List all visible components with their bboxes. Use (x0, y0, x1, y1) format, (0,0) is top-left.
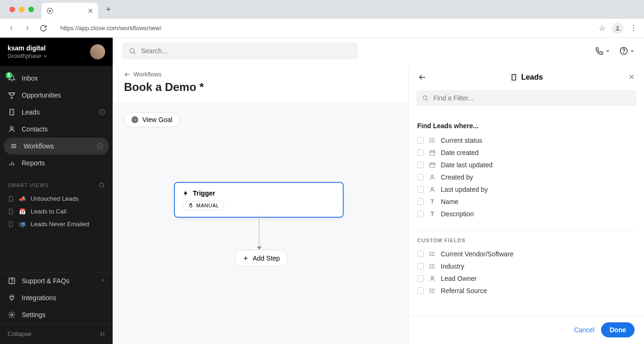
list-type-icon (429, 250, 436, 258)
phone-dropdown[interactable] (595, 47, 610, 55)
panel-footer: Cancel Done (409, 315, 644, 344)
add-step-button[interactable]: Add Step (234, 250, 288, 267)
filter-row[interactable]: TDescription (417, 208, 636, 220)
svg-point-28 (11, 314, 13, 316)
trophy-icon (8, 91, 16, 99)
checkbox[interactable] (417, 198, 424, 205)
panel-separator (417, 230, 636, 231)
nav-support[interactable]: Support & FAQs (0, 272, 113, 289)
filter-row[interactable]: Referral Source (417, 285, 636, 297)
new-tab-button[interactable]: + (102, 3, 115, 16)
add-lead-icon[interactable] (99, 109, 105, 115)
checkbox[interactable] (417, 162, 424, 168)
nav-back-icon[interactable] (7, 24, 16, 33)
window-maximize[interactable] (28, 7, 34, 12)
done-button[interactable]: Done (601, 322, 635, 337)
smart-view-item[interactable]: 📭Leads Never Emailed (0, 218, 113, 230)
checkbox[interactable] (417, 174, 424, 180)
svg-point-74 (430, 268, 430, 268)
filter-search-input[interactable] (433, 94, 631, 102)
nav-leads[interactable]: Leads (0, 104, 113, 121)
help-dropdown[interactable] (619, 47, 635, 55)
nav-reports[interactable]: Reports (0, 155, 113, 172)
filter-row[interactable]: Date last updated (417, 159, 636, 171)
checkbox[interactable] (417, 137, 424, 144)
smart-view-label: Untouched Leads (31, 195, 79, 202)
building-icon (8, 221, 14, 228)
checkbox[interactable] (417, 149, 424, 156)
org-switcher[interactable]: ksam digital Growthphase (0, 38, 113, 66)
trigger-node[interactable]: Trigger MANUAL (174, 182, 344, 218)
nav-opportunities[interactable]: Opportunities (0, 87, 113, 104)
org-name: ksam digital (8, 44, 48, 52)
checkbox[interactable] (417, 263, 424, 270)
filter-search[interactable] (416, 90, 636, 106)
nav-integrations[interactable]: Integrations (0, 289, 113, 306)
target-icon (131, 116, 139, 123)
checkbox[interactable] (417, 186, 424, 193)
window-controls (6, 7, 38, 12)
panel-close-button[interactable]: ✕ (628, 73, 635, 82)
svg-point-11 (10, 127, 13, 129)
filter-row[interactable]: Industry (417, 260, 636, 272)
checkbox[interactable] (417, 275, 424, 282)
checkbox[interactable] (417, 251, 424, 257)
filter-row[interactable]: Date created (417, 147, 636, 159)
nav-settings[interactable]: Settings (0, 306, 113, 323)
smart-view-item[interactable]: 📅Leads to Call (0, 205, 113, 218)
filter-label: Description (441, 210, 474, 218)
nav-inbox[interactable]: 5 Inbox (0, 70, 113, 87)
nav-contacts[interactable]: Contacts (0, 121, 113, 138)
filter-row[interactable]: Created by (417, 171, 636, 183)
back-link[interactable]: Workflows (124, 71, 162, 78)
nav-label: Leads (22, 108, 40, 116)
nav-forward-icon[interactable] (23, 24, 32, 33)
browser-tab[interactable]: ✕ (41, 3, 98, 19)
nav-workflows[interactable]: Workflows (4, 138, 109, 155)
search-input[interactable] (141, 47, 351, 55)
checkbox[interactable] (417, 287, 424, 294)
smart-view-item[interactable]: 📣Untouched Leads (0, 192, 113, 205)
add-workflow-icon[interactable] (97, 143, 103, 149)
search-icon[interactable] (99, 182, 105, 188)
date-type-icon (429, 161, 436, 169)
filter-row[interactable]: Lead Owner (417, 272, 636, 285)
filter-row[interactable]: Current status (417, 134, 636, 147)
filter-row[interactable]: Current Vendor/Software (417, 248, 636, 260)
svg-point-33 (624, 52, 624, 53)
svg-rect-23 (9, 196, 13, 201)
list-type-icon (429, 262, 436, 270)
browser-extensions: ☆ ⋮ (599, 23, 637, 34)
star-icon[interactable]: ☆ (599, 24, 605, 33)
global-search[interactable] (122, 42, 358, 59)
window-close[interactable] (9, 7, 15, 12)
filter-label: Industry (441, 262, 464, 270)
org-subgroup: Growthphase (8, 53, 48, 59)
profile-icon[interactable] (612, 23, 623, 34)
nav-reload-icon[interactable] (39, 24, 48, 33)
svg-point-27 (12, 282, 12, 283)
emoji-icon: 📣 (19, 196, 26, 202)
tab-close-icon[interactable]: ✕ (88, 7, 93, 15)
checkbox[interactable] (417, 211, 424, 217)
plus-icon (242, 255, 249, 262)
workflow-canvas[interactable]: View Goal Trigger MANUAL (113, 103, 408, 344)
window-minimize[interactable] (19, 7, 25, 12)
svg-point-21 (99, 183, 103, 187)
smart-view-label: Leads to Call (31, 208, 66, 215)
external-link-icon (99, 278, 105, 284)
address-bar: https://app.close.com/workflows/new/ ☆ ⋮ (0, 19, 644, 38)
filter-row[interactable]: TName (417, 196, 636, 208)
panel-back-button[interactable] (418, 73, 427, 82)
filter-row[interactable]: Last updated by (417, 183, 636, 196)
browser-menu-icon[interactable]: ⋮ (630, 24, 637, 33)
bell-icon: 5 (8, 74, 16, 82)
user-avatar[interactable] (90, 44, 105, 59)
main-area: Workflows Book a Demo * View Goal Trigge… (113, 38, 644, 344)
collapse-sidebar[interactable]: Collapse (0, 323, 113, 344)
cancel-button[interactable]: Cancel (574, 326, 594, 334)
url-field[interactable]: https://app.close.com/workflows/new/ (55, 22, 592, 34)
user-type-icon (429, 186, 436, 193)
text-type-icon: T (429, 210, 436, 218)
view-goal-button[interactable]: View Goal (124, 112, 180, 127)
